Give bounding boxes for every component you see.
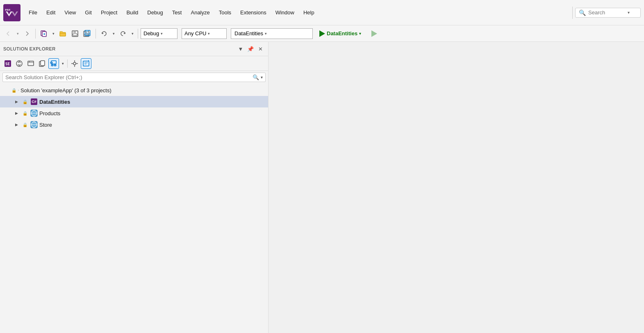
menu-file[interactable]: File bbox=[25, 8, 41, 17]
lock-icon-products: 🔒 bbox=[23, 111, 27, 116]
forward-button[interactable] bbox=[21, 28, 33, 39]
store-lock-icon: 🔒 bbox=[21, 121, 29, 128]
save-all-button[interactable] bbox=[82, 28, 93, 39]
tree-item-products[interactable]: 🔒 Products bbox=[0, 107, 268, 119]
se-search-input[interactable] bbox=[5, 74, 251, 80]
se-search-box[interactable]: 🔍 ▾ bbox=[2, 73, 266, 82]
search-icon: 🔍 bbox=[579, 9, 586, 16]
run-no-debug-button[interactable] bbox=[369, 28, 380, 39]
store-expand-arrow[interactable] bbox=[13, 121, 20, 128]
menu-tools[interactable]: Tools bbox=[215, 8, 235, 17]
run-button[interactable]: DataEntities ▾ bbox=[316, 29, 364, 38]
menu-build[interactable]: Build bbox=[122, 8, 142, 17]
svg-point-29 bbox=[73, 62, 76, 65]
tb-sep-1 bbox=[35, 29, 36, 39]
save-button[interactable] bbox=[69, 28, 81, 39]
products-globe-icon bbox=[30, 109, 38, 117]
vs-logo: PRE bbox=[3, 4, 20, 21]
new-item-button[interactable] bbox=[38, 28, 50, 39]
se-search-dropdown[interactable]: ▾ bbox=[261, 75, 263, 80]
config-chevron-icon: ▾ bbox=[161, 32, 163, 36]
svg-rect-10 bbox=[73, 34, 77, 36]
dataentities-label: DataEntities bbox=[39, 99, 70, 105]
solution-label: Solution 'exampleApp' (3 of 3 projects) bbox=[20, 87, 112, 94]
back-button[interactable] bbox=[2, 28, 14, 39]
svg-rect-9 bbox=[73, 31, 76, 33]
menu-window[interactable]: Window bbox=[271, 8, 298, 17]
menu-items: File Edit View Git Project Build Debug T… bbox=[25, 8, 570, 17]
redo-dropdown[interactable]: ▾ bbox=[130, 28, 135, 39]
tree-item-dataentities[interactable]: 🔒 C# DataEntities bbox=[0, 96, 268, 107]
svg-rect-20 bbox=[28, 61, 34, 66]
startup-project-dropdown[interactable]: DataEntities ▾ bbox=[231, 28, 313, 39]
pending-changes-button[interactable]: SE bbox=[2, 58, 13, 69]
se-close-button[interactable]: ✕ bbox=[256, 44, 265, 53]
menu-bar: PRE File Edit View Git Project Build Deb… bbox=[0, 0, 644, 25]
svg-rect-15 bbox=[86, 30, 88, 32]
menu-extensions[interactable]: Extensions bbox=[236, 8, 271, 17]
store-globe-icon bbox=[30, 121, 38, 128]
menu-edit[interactable]: Edit bbox=[42, 8, 59, 17]
menu-test[interactable]: Test bbox=[168, 8, 186, 17]
copy-button[interactable] bbox=[37, 58, 48, 69]
cs-badge: C# bbox=[31, 98, 37, 105]
search-chevron-icon[interactable]: ▾ bbox=[628, 10, 630, 15]
run-label: DataEntities bbox=[327, 30, 357, 36]
preview-button[interactable] bbox=[81, 58, 91, 69]
se-tb-sep bbox=[67, 59, 68, 68]
back-dropdown[interactable]: ▾ bbox=[15, 28, 20, 39]
main-area: Solution Explorer ▼ 📌 ✕ SE bbox=[0, 42, 644, 333]
undo-button[interactable] bbox=[98, 28, 110, 39]
se-title: Solution Explorer bbox=[3, 46, 234, 51]
properties-button[interactable] bbox=[69, 58, 80, 69]
menu-project[interactable]: Project bbox=[97, 8, 121, 17]
se-pin-button[interactable]: ▼ bbox=[236, 44, 245, 53]
svg-text:SE: SE bbox=[5, 62, 10, 66]
menu-debug[interactable]: Debug bbox=[143, 8, 167, 17]
solution-icon: 🔒 bbox=[11, 87, 19, 94]
se-titlebar-icons: ▼ 📌 ✕ bbox=[236, 44, 265, 53]
class-view-button[interactable] bbox=[48, 58, 59, 69]
se-dock-button[interactable]: 📌 bbox=[246, 44, 255, 53]
undo-dropdown[interactable]: ▾ bbox=[111, 28, 116, 39]
dataentities-lock-icon: 🔒 bbox=[21, 98, 29, 105]
top-search-bar[interactable]: 🔍 ▾ bbox=[575, 8, 641, 18]
new-item-dropdown[interactable]: ▾ bbox=[50, 28, 56, 39]
svg-rect-39 bbox=[18, 90, 19, 91]
show-all-files-button[interactable] bbox=[25, 58, 36, 69]
menu-separator bbox=[572, 7, 573, 19]
menu-view[interactable]: View bbox=[60, 8, 80, 17]
tb-sep-3 bbox=[138, 29, 138, 39]
open-file-button[interactable] bbox=[57, 28, 68, 39]
tree-item-store[interactable]: 🔒 Store bbox=[0, 119, 268, 130]
sync-changes-button[interactable] bbox=[14, 58, 25, 69]
startup-label: DataEntities bbox=[234, 30, 263, 36]
menu-git[interactable]: Git bbox=[81, 8, 96, 17]
svg-text:PRE: PRE bbox=[5, 8, 11, 11]
run-chevron-icon: ▾ bbox=[359, 32, 361, 36]
svg-rect-0 bbox=[3, 4, 20, 21]
se-search-icon: 🔍 bbox=[253, 74, 259, 80]
lock-icon-dataentities: 🔒 bbox=[23, 100, 27, 104]
dropdown-button[interactable]: ▾ bbox=[60, 58, 66, 69]
solution-root-item[interactable]: 🔒 Solution 'exampleApp' (3 of 3 projects… bbox=[0, 84, 268, 96]
products-label: Products bbox=[39, 110, 60, 116]
svg-rect-22 bbox=[41, 61, 45, 66]
toolbar: ▾ ▾ bbox=[0, 25, 644, 42]
play-outline-icon bbox=[371, 30, 377, 37]
products-expand-arrow[interactable] bbox=[13, 110, 20, 116]
dataentities-expand-arrow[interactable] bbox=[13, 98, 20, 105]
redo-button[interactable] bbox=[117, 28, 129, 39]
tb-sep-2 bbox=[96, 29, 96, 39]
menu-analyze[interactable]: Analyze bbox=[187, 8, 214, 17]
platform-chevron-icon: ▾ bbox=[208, 32, 210, 36]
svg-rect-24 bbox=[50, 62, 52, 64]
configuration-dropdown[interactable]: Debug ▾ bbox=[141, 28, 177, 39]
se-tree: 🔒 Solution 'exampleApp' (3 of 3 projects… bbox=[0, 84, 268, 333]
platform-dropdown[interactable]: Any CPU ▾ bbox=[182, 28, 227, 39]
startup-chevron-icon: ▾ bbox=[265, 32, 267, 36]
search-input[interactable] bbox=[588, 9, 625, 16]
menu-help[interactable]: Help bbox=[299, 8, 319, 17]
dataentities-cs-icon: C# bbox=[30, 98, 38, 105]
play-icon bbox=[319, 30, 325, 37]
